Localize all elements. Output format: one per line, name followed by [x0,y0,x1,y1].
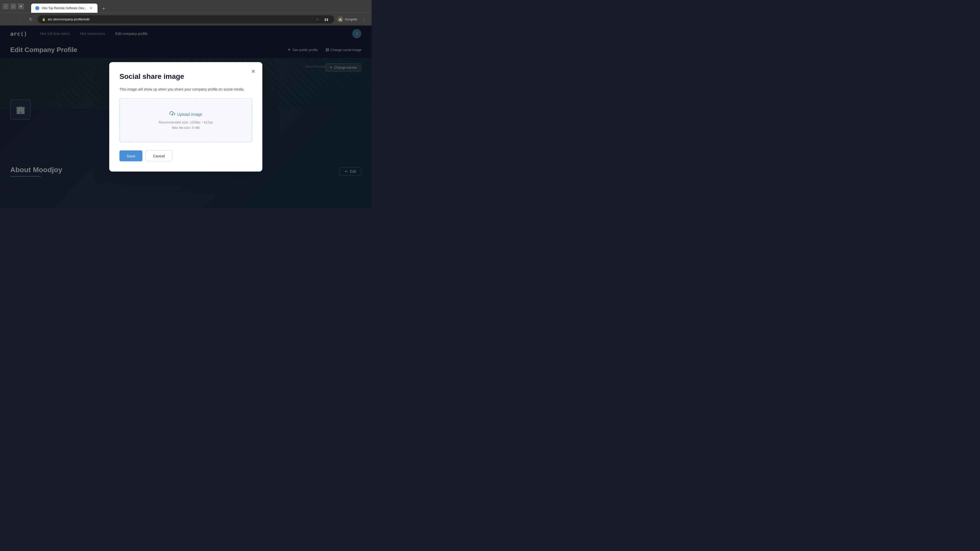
tab-favicon [35,6,39,10]
address-bar[interactable]: 🔒 ☆ ▮▮ [38,15,334,24]
reload-button[interactable]: ↻ [27,15,35,24]
maximize-button[interactable]: □ [10,3,16,10]
modal-actions: Save Cancel [119,151,252,162]
browser-chrome: − □ ✕ Hire Top Remote Software Dev... ✕ … [0,0,372,25]
address-input[interactable] [48,17,312,21]
forward-button[interactable]: → [15,15,24,24]
modal-title: Social share image [119,73,252,81]
cancel-button[interactable]: Cancel [145,151,172,162]
upload-area[interactable]: Upload image Recommended size: 1200px * … [119,98,252,142]
social-share-image-modal: ✕ Social share image This image will sho… [109,62,262,171]
extensions-button[interactable]: ▮▮ [323,16,330,23]
bookmark-button[interactable]: ☆ [313,16,321,23]
incognito-icon: 🕵 [337,16,343,22]
save-button[interactable]: Save [119,151,142,162]
browser-toolbar: ← → ↻ 🔒 ☆ ▮▮ 🕵 Incognito ⋮ [0,13,372,25]
window-controls: − □ ✕ [3,3,24,10]
upload-label: Upload image [177,112,202,117]
incognito-badge: 🕵 Incognito [337,16,357,22]
browser-menu-button[interactable]: ⋮ [360,16,368,23]
back-button[interactable]: ← [4,15,12,24]
incognito-label: Incognito [345,17,357,21]
browser-tab-active[interactable]: Hire Top Remote Software Dev... ✕ [31,3,97,13]
upload-image-link[interactable]: Upload image [169,111,202,118]
tab-close-button[interactable]: ✕ [89,6,94,11]
modal-close-button[interactable]: ✕ [249,67,257,76]
close-button[interactable]: ✕ [18,3,24,10]
upload-max-file-size: Max file size: 5 MB [126,126,245,130]
lock-icon: 🔒 [42,17,46,21]
minimize-button[interactable]: − [3,3,9,10]
address-bar-actions: ☆ ▮▮ [313,16,330,23]
upload-cloud-icon [169,111,175,118]
new-tab-button[interactable]: + [100,5,108,13]
upload-recommended-size: Recommended size: 1200px * 627px [126,121,245,124]
tab-bar: Hire Top Remote Software Dev... ✕ + [29,0,110,13]
modal-description: This image will show up when you share y… [119,87,252,92]
page-content: arc() Hire full-time talent Hire freelan… [0,25,372,208]
tab-title: Hire Top Remote Software Dev... [42,6,86,10]
browser-titlebar: − □ ✕ Hire Top Remote Software Dev... ✕ … [0,0,372,13]
